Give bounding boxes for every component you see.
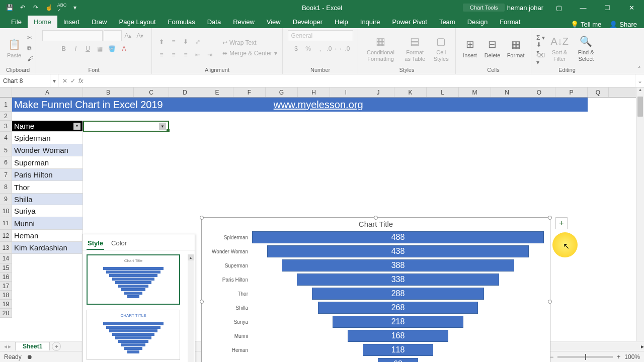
tab-insert[interactable]: Insert [57,16,86,28]
new-sheet-button[interactable]: + [52,342,61,351]
orientation-icon[interactable]: ⤢ [192,36,203,47]
touch-mode-icon[interactable]: ☝ [44,3,53,12]
column-header[interactable]: H [298,87,330,97]
copy-icon[interactable]: ⧉ [26,43,34,53]
tab-team[interactable]: Team [433,16,461,28]
chart-object[interactable]: Chart Title Spiderman488Wonder Woman438S… [201,217,550,362]
align-middle-icon[interactable]: ≡ [168,36,179,47]
color-tab[interactable]: Color [110,237,128,250]
tab-draw[interactable]: Draw [86,16,113,28]
zoom-level[interactable]: 100% [624,353,640,360]
font-color-icon[interactable]: A [119,43,130,54]
row-header[interactable]: 9 [0,194,12,205]
resize-handle[interactable] [374,216,378,220]
scroll-up-icon[interactable]: ▲ [188,254,194,260]
delete-cells-button[interactable]: ⊟Delete [482,32,503,65]
find-select-button[interactable]: 🔍Find & Select [573,32,599,65]
row-header[interactable]: 4 [0,132,12,144]
row-header[interactable]: 6 [0,156,12,169]
fill-color-icon[interactable]: 🪣 [107,43,118,54]
spelling-icon[interactable]: ABC✓ [57,3,66,12]
column-header[interactable]: B [83,87,134,97]
column-header[interactable]: A [12,87,83,97]
style-tab[interactable]: Style [87,237,104,250]
tab-design[interactable]: Design [461,16,494,28]
user-name[interactable]: heman johar [507,4,543,12]
funnel-bar[interactable]: 288 [312,288,484,300]
format-painter-icon[interactable]: 🖌 [26,53,34,64]
column-header[interactable]: K [394,87,427,97]
table-cell-name[interactable]: Kim Kardashian [12,242,83,254]
decrease-decimal-icon[interactable]: ←.0 [339,43,350,54]
tab-page-layout[interactable]: Page Layout [113,16,162,28]
zoom-in-icon[interactable]: + [617,353,620,360]
row-header[interactable]: 3 [0,121,12,132]
comma-icon[interactable]: , [315,43,326,54]
table-cell-name[interactable]: Munni [12,217,83,230]
tab-file[interactable]: File [5,16,28,28]
table-cell-name[interactable]: Superman [12,156,83,169]
increase-decimal-icon[interactable]: .0→ [327,43,338,54]
column-header[interactable]: P [555,87,588,97]
row-header[interactable]: 17 [0,282,12,291]
zoom-slider[interactable] [557,356,613,358]
table-cell-name[interactable]: Wonder Woman [12,144,83,156]
font-size-select[interactable] [104,30,122,41]
qat-customize-icon[interactable]: ▾ [70,3,79,12]
table-cell-name[interactable]: Suriya [12,205,83,217]
funnel-bar[interactable]: 338 [297,274,499,286]
cancel-formula-icon[interactable]: ✕ [62,77,67,84]
insert-cells-button[interactable]: ⊞Insert [460,32,480,65]
cell-styles-button[interactable]: ▢Cell Styles [431,32,451,65]
tab-format[interactable]: Format [494,16,526,28]
tab-review[interactable]: Review [227,16,261,28]
filter-dropdown-icon[interactable]: ▼ [73,123,80,130]
sheet-tab-active[interactable]: Sheet1 [15,342,50,350]
currency-icon[interactable]: $ [291,43,302,54]
funnel-bar[interactable]: 218 [333,316,463,328]
row-header[interactable]: 2 [0,112,12,121]
redo-icon[interactable]: ↷ [31,3,40,12]
column-header[interactable]: C [134,87,169,97]
chart-elements-button[interactable]: + [555,217,568,229]
enter-formula-icon[interactable]: ✓ [70,77,75,84]
tab-help[interactable]: Help [329,16,354,28]
name-box-dropdown-icon[interactable]: ▾ [50,74,58,87]
align-right-icon[interactable]: ≡ [180,49,191,60]
align-center-icon[interactable]: ≡ [168,49,179,60]
underline-button[interactable]: U [83,43,94,54]
macro-record-icon[interactable]: ⏺ [27,353,33,360]
sort-filter-button[interactable]: A↓ZSort & Filter [548,32,571,65]
column-header[interactable]: F [233,87,266,97]
style-thumbnail-1[interactable]: Chart Title [87,254,180,305]
vertical-scrollbar-thumb[interactable] [637,97,643,117]
ribbon-display-options-icon[interactable]: ▢ [550,0,568,15]
column-header[interactable]: O [523,87,555,97]
funnel-bar[interactable]: 168 [348,330,448,342]
maximize-icon[interactable]: ☐ [599,0,616,15]
paste-button[interactable]: 📋 Paste [4,32,24,65]
row-header[interactable]: 1 [0,98,12,112]
vertical-scrollbar[interactable]: ▲ [636,87,644,341]
table-header-name[interactable]: Name▼ [12,121,83,132]
banner-link[interactable]: www.myelesson.org [274,99,363,111]
table-cell-name[interactable]: Spiderman [12,132,83,144]
format-cells-button[interactable]: ▦Format [505,32,527,65]
percent-icon[interactable]: % [303,43,314,54]
select-all-corner[interactable] [0,87,12,98]
row-header[interactable]: 14 [0,254,12,263]
style-thumbnail-2[interactable]: CHART TITLE [87,310,180,360]
column-header[interactable]: E [201,87,233,97]
tab-view[interactable]: View [261,16,287,28]
funnel-bar[interactable]: 388 [282,259,514,272]
minimize-icon[interactable]: — [575,0,592,15]
tell-me-search[interactable]: 💡 Tell me [571,21,601,28]
row-header[interactable]: 15 [0,263,12,273]
italic-button[interactable]: I [70,43,82,54]
conditional-formatting-button[interactable]: ▦Conditional Formatting [362,32,399,65]
row-header[interactable]: 5 [0,144,12,156]
tab-power-pivot[interactable]: Power Pivot [386,16,433,28]
name-box[interactable]: Chart 8 [0,74,50,87]
pane-scroll-track[interactable] [188,260,194,362]
clear-icon[interactable]: ⌫ ▾ [535,53,546,64]
